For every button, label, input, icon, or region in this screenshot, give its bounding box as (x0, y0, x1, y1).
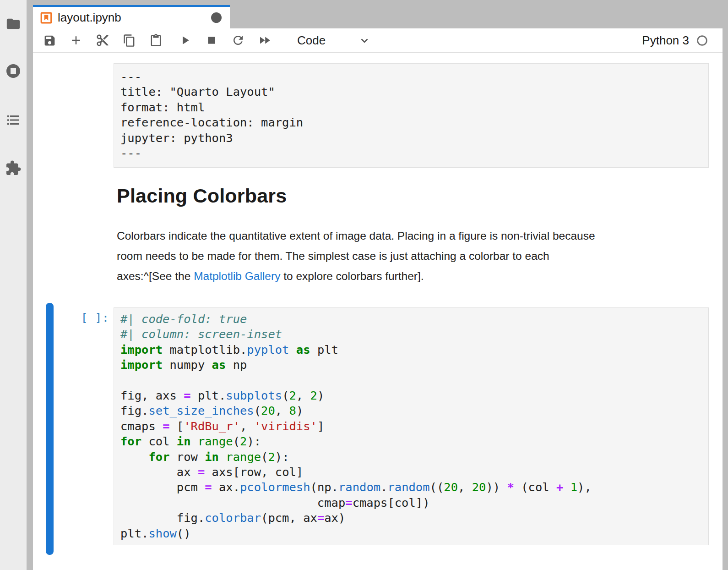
code-lines: #| code-fold: true #| column: screen-ins… (120, 312, 702, 541)
notebook-content: --- title: "Quarto Layout" format: html … (33, 53, 723, 570)
cell-type-value: Code (297, 33, 326, 48)
code-cell-editor[interactable]: #| code-fold: true #| column: screen-ins… (114, 307, 709, 545)
markdown-paragraph: Colorbars indicate the quantitative exte… (117, 226, 712, 286)
save-icon (43, 34, 56, 47)
scissors-icon (96, 33, 109, 47)
clipboard-icon (149, 34, 163, 47)
restart-kernel-button[interactable] (231, 33, 245, 47)
extensions-icon[interactable] (5, 160, 22, 176)
run-cell-button[interactable] (178, 33, 192, 47)
tab-title: layout.ipynb (58, 11, 121, 25)
cell-execution-prompt: [ ]: (51, 310, 109, 325)
table-of-contents-icon[interactable] (5, 112, 22, 128)
paragraph-line-2: room needs to be made for them. The simp… (117, 250, 549, 262)
running-kernels-icon[interactable] (5, 63, 22, 79)
paste-cells-button[interactable] (149, 33, 163, 47)
raw-cell[interactable]: --- title: "Quarto Layout" format: html … (114, 63, 709, 168)
matplotlib-gallery-link[interactable]: Matplotlib Gallery (194, 270, 280, 282)
cell-type-dropdown[interactable]: Code (297, 33, 370, 48)
paragraph-line-3-before: axes:^[See the (117, 270, 194, 282)
main-panel: layout.ipynb (33, 0, 723, 570)
puzzle-piece-icon (5, 160, 22, 176)
notebook-file-icon (40, 11, 52, 24)
raw-cell-text: --- title: "Quarto Layout" format: html … (120, 69, 702, 161)
paragraph-line-1: Colorbars indicate the quantitative exte… (117, 230, 595, 242)
bulleted-list-icon (5, 112, 21, 128)
paragraph-line-3-after: to explore colorbars further]. (280, 270, 424, 282)
interrupt-kernel-button[interactable] (205, 33, 218, 47)
restart-icon (231, 33, 245, 47)
stop-circle-icon (5, 62, 22, 80)
activity-sidebar (0, 0, 27, 570)
plus-icon (69, 33, 83, 47)
restart-run-all-button[interactable] (258, 33, 272, 47)
kernel-name: Python 3 (642, 33, 689, 48)
copy-icon (123, 34, 136, 47)
copy-cells-button[interactable] (122, 33, 136, 47)
kernel-idle-circle-icon (696, 35, 708, 46)
notebook-toolbar: Code Python 3 (33, 28, 723, 53)
fast-forward-icon (258, 33, 272, 48)
stop-icon (206, 34, 217, 46)
active-cell-collapser-bar[interactable] (46, 303, 54, 555)
folder-icon (5, 16, 21, 32)
chevron-down-icon (359, 34, 370, 46)
kernel-indicator[interactable]: Python 3 (642, 33, 723, 48)
file-browser-icon[interactable] (5, 16, 22, 32)
unsaved-changes-indicator (211, 12, 222, 23)
markdown-heading: Placing Colorbars (117, 185, 287, 207)
cut-cells-button[interactable] (96, 33, 109, 47)
tab-layout-ipynb[interactable]: layout.ipynb (33, 5, 230, 28)
save-button[interactable] (43, 33, 56, 47)
play-icon (178, 33, 192, 47)
insert-cell-button[interactable] (69, 33, 83, 47)
